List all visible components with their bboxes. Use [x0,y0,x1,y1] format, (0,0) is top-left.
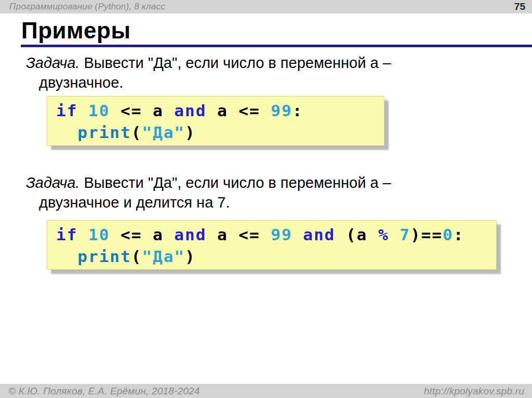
task-text: Вывести "Да", если число в переменной a … [79,174,391,191]
code-token-pl: a <= [206,225,271,244]
code-token-pl: ) [185,247,196,266]
code-token-kw: and [174,101,206,120]
code-token-kw: and [303,225,335,244]
code-token-fn: print [77,123,131,142]
task-label: Задача. [26,174,79,191]
code-token-pl: (a [335,225,378,244]
slide-title: Примеры [21,18,131,44]
code-token-str: "Да" [142,123,185,142]
code-box-1: if 10 <= a and a <= 99: print("Да") [47,96,384,146]
code-token-pl: <= a [110,225,174,244]
code-token-num: 7 [400,225,410,244]
task-text-line2: двузначное и делится на 7. [26,193,494,212]
code-line: if 10 <= a and a <= 99 and (a % 7)==0: [56,224,496,245]
code-token-kw: if [56,101,77,120]
code-line: if 10 <= a and a <= 99: [56,100,384,121]
slide-page-number: 75 [514,1,525,12]
code-token-num: 10 [88,101,110,120]
code-token-num: 99 [271,225,292,244]
footer-copyright: © К.Ю. Поляков, Е.А. Ерёмин, 2018-2024 [8,386,200,397]
code-token-pl [389,225,400,244]
code-token-num: 10 [88,225,110,244]
code-token-pl [77,225,88,244]
task-label: Задача. [26,54,79,71]
code-token-num: 0 [443,225,454,244]
task-text-line2: двузначное. [26,73,494,92]
code-token-pl: : [292,101,303,120]
code-token-kw: if [56,225,77,244]
task-text-line1: Задача. Вывести "Да", если число в перем… [26,53,494,73]
code-token-pl: )== [410,225,443,244]
code-token-fn: print [77,247,131,266]
title-underline-rule [21,45,532,47]
code-token-pl: ( [131,247,142,266]
code-token-pl [292,225,303,244]
code-line: print("Да") [56,245,496,267]
code-box-2: if 10 <= a and a <= 99 and (a % 7)==0: p… [47,220,497,270]
footer-site-url[interactable]: http://kpolyakov.spb.ru [424,386,524,397]
task-paragraph-1: Задача. Вывести "Да", если число в перем… [26,53,494,92]
code-token-str: "Да" [142,247,185,266]
code-token-pl: ) [185,123,196,142]
code-token-pl: a <= [206,101,271,120]
code-line: print("Да") [56,121,384,143]
code-token-pl: <= a [110,101,174,120]
footer-bar: © К.Ю. Поляков, Е.А. Ерёмин, 2018-2024 h… [0,384,532,398]
task-text-line1: Задача. Вывести "Да", если число в перем… [26,173,494,193]
task-text: Вывести "Да", если число в переменной a … [79,54,391,71]
code-token-pl [56,123,77,142]
task-paragraph-2: Задача. Вывести "Да", если число в перем… [26,173,494,212]
code-token-num: 99 [271,101,292,120]
code-token-kw: % [378,225,389,244]
header-bar: Программирование (Python), 8 класс 75 [0,0,532,13]
code-token-pl [77,101,88,120]
header-course-title: Программирование (Python), 8 класс [9,2,165,12]
code-token-pl [56,247,77,266]
code-token-kw: and [174,225,206,244]
code-token-pl: : [454,225,464,244]
code-token-pl: ( [131,123,142,142]
